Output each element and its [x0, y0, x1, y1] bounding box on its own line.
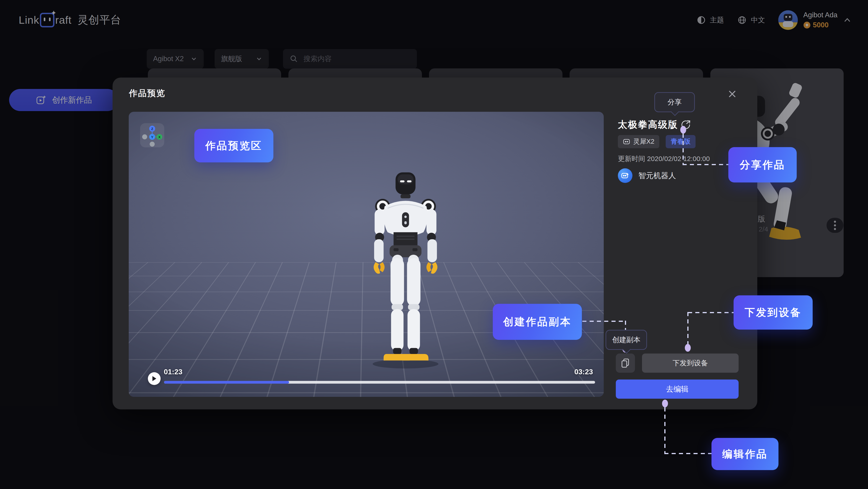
- connector-line: [582, 321, 626, 322]
- share-tooltip: 分享: [654, 92, 695, 112]
- robot-face-icon: [621, 172, 629, 179]
- edition-tag-label: 青春版: [671, 137, 690, 146]
- connector-line: [683, 164, 728, 165]
- play-icon: [152, 376, 157, 381]
- modal-title: 作品预览: [129, 88, 165, 99]
- callout-preview-area: 作品预览区: [194, 129, 273, 163]
- connector-line: [687, 312, 688, 345]
- connector-dot: [662, 400, 668, 407]
- copy-work-button[interactable]: [616, 353, 635, 373]
- callout-copy-work: 创建作品副本: [493, 304, 582, 340]
- time-total: 03:23: [574, 368, 593, 376]
- progress-fill: [164, 381, 289, 384]
- work-title: 太极拳高级版: [618, 118, 678, 131]
- robot-model: [366, 167, 445, 373]
- connector-dot: [685, 344, 691, 352]
- connector-line: [664, 453, 712, 454]
- connector-line: [688, 312, 734, 313]
- gizmo-y-label: Y: [151, 135, 153, 139]
- play-button[interactable]: [148, 372, 161, 385]
- connector-line: [683, 134, 684, 165]
- updated-time: 更新时间 2020/02/02 12:00:00: [618, 154, 710, 164]
- author-row[interactable]: 智元机器人: [618, 168, 676, 183]
- close-button[interactable]: [727, 88, 738, 99]
- author-avatar: [618, 168, 632, 183]
- copy-tooltip: 创建副本: [606, 330, 647, 350]
- close-icon: [727, 88, 738, 99]
- go-edit-button[interactable]: 去编辑: [616, 379, 739, 399]
- time-current: 01:23: [164, 368, 183, 376]
- edition-tag: 青春版: [666, 135, 695, 148]
- share-tooltip-label: 分享: [668, 97, 682, 107]
- model-tag-label: 灵犀X2: [633, 137, 654, 146]
- axis-gizmo[interactable]: Z Y X: [140, 123, 164, 147]
- gizmo-x-label: X: [158, 135, 161, 139]
- author-name: 智元机器人: [638, 171, 676, 181]
- callout-share-work: 分享作品: [728, 147, 797, 182]
- gizmo-z-label: Z: [151, 127, 153, 131]
- callout-deploy-device: 下发到设备: [734, 295, 813, 329]
- model-tag: 灵犀X2: [618, 135, 659, 148]
- robot-face-icon: [623, 139, 630, 145]
- copy-tooltip-label: 创建副本: [612, 335, 641, 345]
- connector-dot: [680, 126, 686, 134]
- progress-bar[interactable]: [164, 381, 595, 384]
- copy-icon: [621, 358, 630, 368]
- callout-edit-work: 编辑作品: [712, 438, 778, 470]
- connector-line: [664, 407, 665, 454]
- deploy-to-device-button[interactable]: 下发到设备: [642, 353, 739, 373]
